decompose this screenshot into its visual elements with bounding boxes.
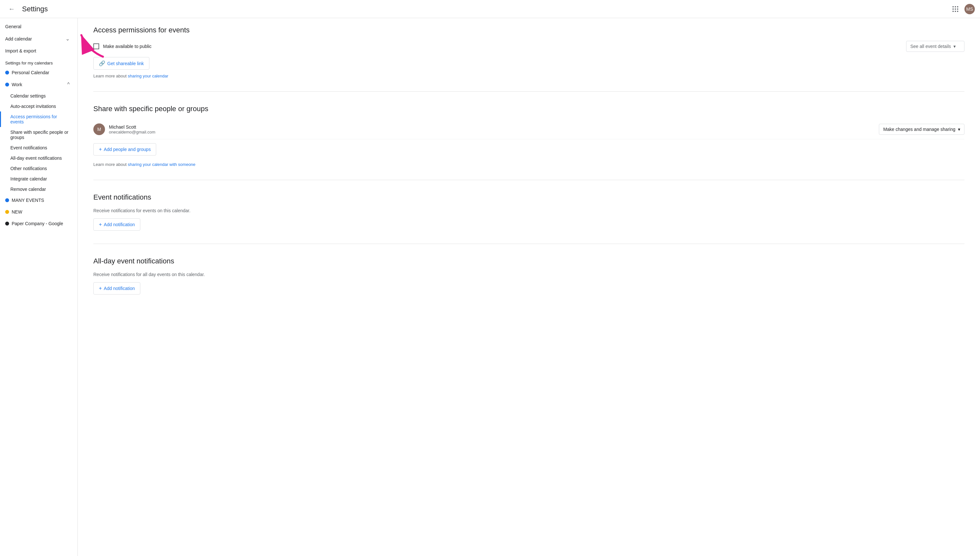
back-button[interactable]: ← [5, 3, 18, 16]
sidebar-sub-item-label: All-day event notifications [10, 155, 62, 161]
chevron-up-icon: ^ [67, 82, 70, 87]
allday-notifications-title: All-day event notifications [93, 257, 964, 265]
add-event-notification-button[interactable]: + Add notification [93, 218, 140, 231]
sidebar-sub-item-share-specific[interactable]: Share with specific people or groups [0, 127, 75, 142]
person-name: Michael Scott [109, 124, 875, 129]
sidebar-sub-item-label: Remove calendar [10, 187, 46, 192]
sidebar-item-label: Import & export [5, 48, 36, 53]
link-icon: 🔗 [99, 60, 105, 66]
sidebar-sub-item-label: Share with specific people or groups [10, 129, 70, 140]
share-specific-title: Share with specific people or groups [93, 105, 964, 113]
sidebar-item-label: Personal Calendar [12, 70, 49, 75]
access-learn-more: Learn more about sharing your calendar [93, 74, 964, 78]
access-permissions-section: Access permissions for events Make avail… [93, 26, 964, 92]
sidebar-sub-item-label: Access permissions for events [10, 114, 70, 124]
event-details-dropdown[interactable]: See all event details ▾ [906, 41, 964, 52]
sidebar-sub-item-label: Event notifications [10, 145, 47, 150]
share-learn-more: Learn more about sharing your calendar w… [93, 162, 964, 167]
permission-chevron-icon: ▾ [958, 127, 960, 132]
sidebar-sub-item-integrate[interactable]: Integrate calendar [0, 174, 75, 184]
event-notifications-desc: Receive notifications for events on this… [93, 208, 964, 213]
plus-icon: + [99, 286, 102, 291]
sidebar-sub-item-label: Auto-accept invitations [10, 104, 56, 109]
share-specific-section: Share with specific people or groups M M… [93, 105, 964, 180]
new-dot [5, 210, 9, 214]
paper-company-dot [5, 221, 9, 226]
sidebar-item-label: NEW [12, 209, 23, 215]
sidebar-sub-item-calendar-settings[interactable]: Calendar settings [0, 91, 75, 101]
sidebar-item-general[interactable]: General [0, 21, 75, 32]
add-notification-label: Add notification [104, 286, 135, 291]
event-notifications-title: Event notifications [93, 193, 964, 202]
sidebar-sub-item-event-notifications[interactable]: Event notifications [0, 142, 75, 153]
sidebar-item-import-export[interactable]: Import & export [0, 45, 75, 57]
sidebar-item-label: Paper Company - Google [12, 221, 63, 226]
grid-icon [953, 6, 958, 12]
layout: General Add calendar ⌄ Import & export S… [0, 18, 980, 556]
topbar-right: MS [949, 3, 975, 16]
work-dot [5, 82, 9, 87]
apps-button[interactable] [949, 3, 962, 16]
add-allday-notification-button[interactable]: + Add notification [93, 282, 140, 294]
sidebar-item-label: General [5, 24, 21, 29]
allday-notifications-desc: Receive notifications for all day events… [93, 272, 964, 277]
access-permissions-title: Access permissions for events [93, 26, 964, 34]
event-details-value: See all event details [910, 44, 951, 49]
sharing-with-someone-link[interactable]: sharing your calendar with someone [128, 162, 196, 167]
sidebar-item-new[interactable]: NEW [0, 206, 75, 218]
sidebar-sub-item-label: Calendar settings [10, 93, 46, 99]
sidebar-item-label: MANY EVENTS [12, 198, 44, 203]
plus-icon: + [99, 221, 102, 228]
sidebar-item-add-calendar[interactable]: Add calendar ⌄ [0, 32, 75, 45]
sidebar-item-work[interactable]: Work ^ [0, 78, 75, 91]
person-row: M Michael Scott onecaldemo@gmail.com Mak… [93, 120, 964, 139]
many-events-dot [5, 198, 9, 202]
person-permission-dropdown[interactable]: Make changes and manage sharing ▾ [879, 124, 964, 135]
make-public-checkbox[interactable] [93, 44, 99, 49]
sidebar-item-many-events[interactable]: MANY EVENTS [0, 194, 75, 206]
sidebar-sub-item-allday-notifications[interactable]: All-day event notifications [0, 153, 75, 163]
topbar-left: ← Settings [5, 3, 48, 16]
back-arrow-icon: ← [8, 5, 15, 13]
sidebar-sub-item-other-notifications[interactable]: Other notifications [0, 163, 75, 174]
permission-value: Make changes and manage sharing [883, 127, 956, 132]
dropdown-chevron-icon: ▾ [953, 44, 956, 49]
sidebar-item-paper-company[interactable]: Paper Company - Google [0, 218, 75, 230]
main-content: Access permissions for events Make avail… [78, 18, 980, 556]
plus-icon: + [99, 147, 102, 152]
sidebar-sub-item-remove[interactable]: Remove calendar [0, 184, 75, 194]
event-notifications-section: Event notifications Receive notification… [93, 193, 964, 244]
chevron-down-icon: ⌄ [65, 36, 70, 42]
avatar[interactable]: MS [964, 4, 975, 14]
sidebar-item-personal-calendar[interactable]: Personal Calendar [0, 67, 75, 78]
make-public-label: Make available to public [103, 44, 151, 49]
allday-notifications-section: All-day event notifications Receive noti… [93, 257, 964, 307]
person-avatar-initial: M [97, 127, 101, 132]
sidebar: General Add calendar ⌄ Import & export S… [0, 18, 78, 556]
get-link-label: Get shareable link [107, 61, 144, 66]
topbar: ← Settings MS [0, 0, 980, 18]
sidebar-sub-item-label: Integrate calendar [10, 176, 47, 181]
personal-calendar-dot [5, 71, 9, 74]
add-calendar-label: Add calendar [5, 36, 32, 42]
add-people-button[interactable]: + Add people and groups [93, 143, 156, 155]
add-people-label: Add people and groups [104, 147, 151, 152]
page-title: Settings [22, 5, 48, 13]
person-email: onecaldemo@gmail.com [109, 129, 875, 134]
make-public-row: Make available to public See all event d… [93, 41, 964, 52]
add-notification-label: Add notification [104, 222, 135, 227]
sidebar-item-label: Work [12, 82, 22, 87]
avatar-initials: MS [966, 6, 973, 12]
person-info: Michael Scott onecaldemo@gmail.com [109, 124, 875, 134]
get-shareable-link-button[interactable]: 🔗 Get shareable link [93, 57, 149, 70]
sidebar-sub-item-access-permissions[interactable]: Access permissions for events [0, 112, 75, 127]
sidebar-sub-item-label: Other notifications [10, 166, 47, 171]
settings-for-my-calendars-label: Settings for my calendars [0, 57, 78, 67]
sidebar-sub-item-auto-accept[interactable]: Auto-accept invitations [0, 101, 75, 112]
person-avatar: M [93, 123, 105, 135]
sharing-calendar-link[interactable]: sharing your calendar [128, 74, 168, 78]
